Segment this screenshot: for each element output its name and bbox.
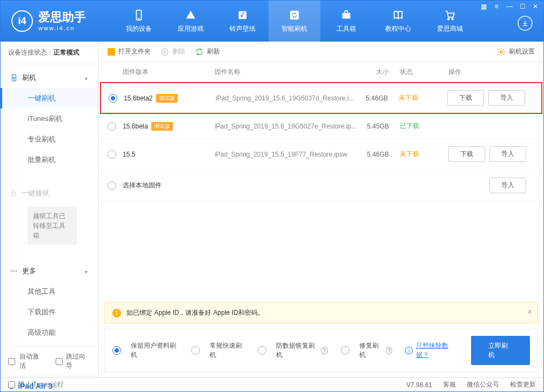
firmware-row[interactable]: 15.6beta 测试版 iPad_Spring_2019_15.6_19G50… (99, 114, 543, 139)
sidebar-oneclick-flash[interactable]: 一键刷机 (1, 88, 98, 109)
download-button[interactable]: 下载 (448, 146, 485, 162)
import-button[interactable]: 导入 (489, 146, 526, 162)
firmware-row[interactable]: 15.5 iPad_Spring_2019_15.5_19F77_Restore… (99, 139, 543, 170)
beta-badge: 测试版 (151, 122, 173, 131)
sidebar-itunes-flash[interactable]: iTunes刷机 (1, 109, 98, 129)
toolbox-icon (340, 9, 352, 21)
opt-anti-recovery[interactable]: 防数据恢复刷机 ? (258, 341, 327, 360)
opt-keep-data[interactable]: 保留用户资料刷机 (112, 341, 178, 360)
version-label: V7.98.61 (406, 381, 432, 389)
music-icon (237, 9, 249, 21)
chevron-down-icon (85, 267, 89, 275)
block-itunes-checkbox[interactable] (8, 381, 15, 388)
col-name: 固件名称 (214, 67, 357, 77)
radio-button[interactable] (108, 181, 116, 190)
warning-icon: ! (112, 309, 121, 317)
radio-icon[interactable] (258, 346, 266, 355)
sidebar-advanced[interactable]: 高级功能 (1, 322, 98, 343)
opt-repair[interactable]: 修复刷机 ? (341, 341, 393, 360)
nav-apps[interactable]: 应用游戏 (165, 1, 217, 42)
nav-label: 工具箱 (337, 24, 356, 33)
label: 一键越狱 (21, 188, 49, 198)
brand-name: 爱思助手 (38, 10, 86, 24)
fw-version: 选择本地固件 (123, 181, 214, 190)
radio-button[interactable] (108, 122, 116, 131)
fw-ops: 下载导入 (448, 146, 535, 162)
nav-flash[interactable]: 智能刷机 (268, 1, 320, 42)
refresh-icon (195, 48, 204, 56)
nav-tutorials[interactable]: 教程中心 (372, 1, 424, 42)
radio-button[interactable] (108, 150, 116, 159)
delete-icon (160, 48, 169, 56)
device-icon (10, 73, 18, 83)
gear-icon (497, 48, 506, 56)
sidebar-more-header[interactable]: 更多 (1, 261, 98, 281)
more-icon (10, 267, 18, 275)
grid-icon[interactable]: ▦ (480, 3, 487, 10)
toolbar: 打开文件夹 删除 刷新 刷机设置 (99, 42, 543, 62)
nav-tabs: 我的设备 应用游戏 铃声壁纸 智能刷机 工具箱 教程中心 爱思商城 (113, 1, 476, 42)
firmware-row[interactable]: 15.6beta2 测试版 iPad_Spring_2019_15.6_19G5… (100, 82, 542, 114)
service-link[interactable]: 客服 (443, 380, 456, 389)
firmware-row[interactable]: 选择本地固件 导入 (99, 170, 543, 201)
svg-rect-5 (342, 13, 351, 18)
radio-icon[interactable] (191, 346, 200, 355)
phone-icon (133, 9, 145, 21)
table-header: 固件版本 固件名称 大小 状态 操作 (99, 62, 543, 83)
download-button[interactable]: 下载 (447, 90, 484, 106)
info-icon[interactable]: ? (321, 347, 328, 354)
import-button[interactable]: 导入 (489, 178, 526, 193)
wechat-link[interactable]: 微信公众号 (467, 380, 499, 389)
skip-guide-checkbox[interactable] (56, 358, 63, 365)
auto-activate-checkbox[interactable] (8, 358, 15, 365)
nav-label: 爱思商城 (437, 24, 463, 33)
menu-icon[interactable]: ≡ (493, 3, 500, 10)
flash-now-button[interactable]: 立即刷机 (471, 336, 530, 365)
refresh-button[interactable]: 刷新 (195, 47, 220, 56)
fw-name: iPad_Spring_2019_15.6_19G5027e_Restore.i… (214, 123, 357, 130)
nav-label: 应用游戏 (178, 24, 204, 33)
sidebar-pro-flash[interactable]: 专业刷机 (1, 129, 98, 150)
download-button[interactable] (518, 16, 533, 31)
import-button[interactable]: 导入 (488, 90, 525, 106)
fw-status: 已下载 (400, 121, 448, 131)
label: 自动激活 (19, 352, 45, 370)
fw-version: 15.6beta 测试版 (123, 122, 214, 131)
connection-status: 设备连接状态：正常模式 (1, 42, 98, 64)
nav-my-device[interactable]: 我的设备 (113, 1, 165, 42)
brand-url: www.i4.cn (38, 25, 86, 32)
erase-link[interactable]: i 只想抹除数据？ (405, 341, 458, 360)
minimize-icon[interactable]: — (506, 3, 513, 10)
svg-rect-4 (290, 10, 299, 19)
col-status: 状态 (400, 67, 448, 77)
flash-settings-button[interactable]: 刷机设置 (497, 47, 535, 56)
app-header: ▦ ≡ — ☐ ✕ i4 爱思助手 www.i4.cn 我的设备 应用游戏 铃声… (1, 1, 543, 42)
window-controls: ▦ ≡ — ☐ ✕ (480, 3, 539, 10)
sidebar-download-fw[interactable]: 下载固件 (1, 302, 98, 322)
radio-icon[interactable] (112, 346, 121, 355)
sidebar-flash-header[interactable]: 刷机 (1, 67, 98, 88)
close-icon[interactable]: ✕ (532, 3, 539, 10)
nav-label: 铃声壁纸 (230, 24, 256, 33)
radio-icon[interactable] (341, 346, 350, 355)
opt-normal[interactable]: 常规快速刷机 (191, 341, 245, 360)
nav-ringtones[interactable]: 铃声壁纸 (217, 1, 268, 42)
open-folder-button[interactable]: 打开文件夹 (108, 47, 151, 56)
nav-toolbox[interactable]: 工具箱 (320, 1, 372, 42)
maximize-icon[interactable]: ☐ (519, 3, 526, 10)
check-update-link[interactable]: 检查更新 (510, 380, 536, 389)
sidebar-other-tools[interactable]: 其他工具 (1, 281, 98, 302)
logo-icon: i4 (11, 10, 33, 32)
nav-store[interactable]: 爱思商城 (424, 1, 476, 42)
sidebar-jailbreak-header: 一键越狱 (1, 183, 98, 204)
fw-size: 5.45GB (357, 123, 400, 130)
sidebar-batch-flash[interactable]: 批量刷机 (1, 150, 98, 170)
notice-close-button[interactable]: × (527, 307, 532, 317)
svg-point-7 (448, 18, 449, 19)
flash-options: 保留用户资料刷机 常规快速刷机 防数据恢复刷机 ? 修复刷机 ? i (104, 329, 538, 372)
radio-button[interactable] (109, 94, 117, 103)
delete-button[interactable]: 删除 (160, 47, 185, 56)
sidebar-options: 自动激活 跳过向导 (1, 347, 98, 376)
info-icon[interactable]: ? (386, 347, 393, 354)
refresh-icon (288, 9, 300, 21)
